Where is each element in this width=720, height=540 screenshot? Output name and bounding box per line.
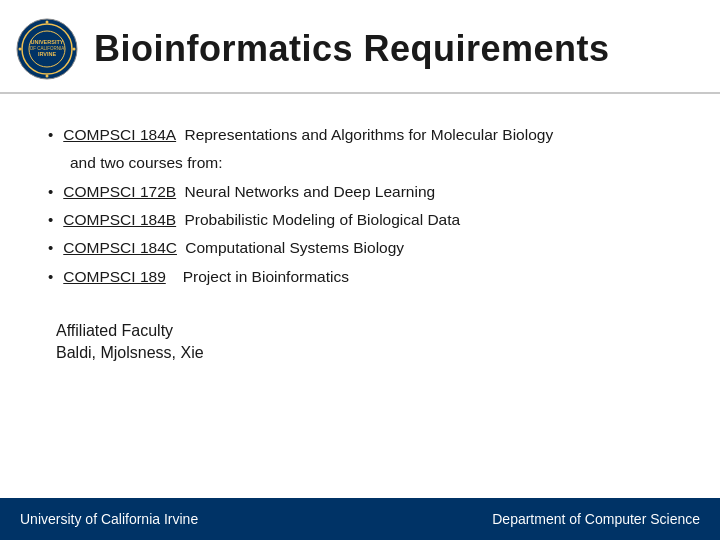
bullet-dot-5: •: [48, 264, 53, 290]
bullet-dot-1: •: [48, 122, 53, 148]
svg-text:UNIVERSITY: UNIVERSITY: [30, 39, 63, 45]
footer-right-text: Department of Computer Science: [492, 511, 700, 527]
bullet-dot-4: •: [48, 235, 53, 261]
main-content: • COMPSCI 184A Representations and Algor…: [0, 94, 720, 498]
course-172b: COMPSCI 172B Neural Networks and Deep Le…: [63, 179, 435, 205]
intro-suffix-line: and two courses from:: [48, 150, 672, 176]
list-item-184c: • COMPSCI 184C Computational Systems Bio…: [48, 235, 672, 261]
bullet-dot-2: •: [48, 179, 53, 205]
svg-point-6: [46, 21, 49, 24]
header: UNIVERSITY OF CALIFORNIA IRVINE Bioinfor…: [0, 0, 720, 94]
course-link-184a: COMPSCI 184A: [63, 126, 176, 143]
course-link-184b: COMPSCI 184B: [63, 211, 176, 228]
svg-text:IRVINE: IRVINE: [38, 51, 57, 57]
affiliated-faculty-label: Affiliated Faculty: [56, 322, 672, 340]
bullet-dot-3: •: [48, 207, 53, 233]
footer-left-text: University of California Irvine: [20, 511, 198, 527]
slide: UNIVERSITY OF CALIFORNIA IRVINE Bioinfor…: [0, 0, 720, 540]
list-item-189: • COMPSCI 189 Project in Bioinformatics: [48, 264, 672, 290]
course-184b: COMPSCI 184B Probabilistic Modeling of B…: [63, 207, 460, 233]
list-item-172b: • COMPSCI 172B Neural Networks and Deep …: [48, 179, 672, 205]
course-189: COMPSCI 189 Project in Bioinformatics: [63, 264, 349, 290]
list-item-intro: • COMPSCI 184A Representations and Algor…: [48, 122, 672, 148]
intro-course-text: COMPSCI 184A Representations and Algorit…: [63, 122, 553, 148]
svg-point-9: [73, 48, 76, 51]
elective-list: • COMPSCI 172B Neural Networks and Deep …: [48, 179, 672, 290]
svg-point-7: [46, 75, 49, 78]
svg-point-8: [19, 48, 22, 51]
course-184c: COMPSCI 184C Computational Systems Biolo…: [63, 235, 404, 261]
course-link-184c: COMPSCI 184C: [63, 239, 177, 256]
logo: UNIVERSITY OF CALIFORNIA IRVINE: [16, 18, 78, 80]
affiliated-faculty-names: Baldi, Mjolsness, Xie: [56, 344, 672, 362]
course-link-172b: COMPSCI 172B: [63, 183, 176, 200]
footer: University of California Irvine Departme…: [0, 498, 720, 540]
affiliated-section: Affiliated Faculty Baldi, Mjolsness, Xie: [48, 322, 672, 362]
course-list: • COMPSCI 184A Representations and Algor…: [48, 122, 672, 148]
page-title: Bioinformatics Requirements: [94, 28, 610, 70]
course-link-189: COMPSCI 189: [63, 268, 166, 285]
list-item-184b: • COMPSCI 184B Probabilistic Modeling of…: [48, 207, 672, 233]
